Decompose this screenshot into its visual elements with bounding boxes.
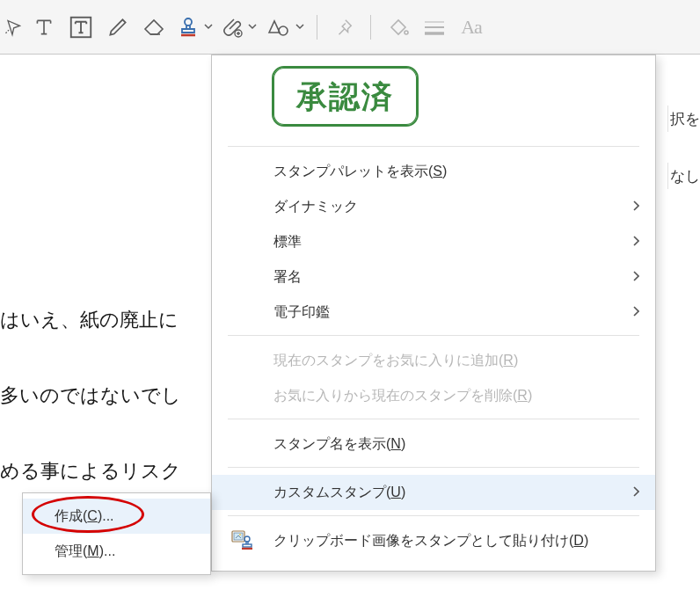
document-text-line: める事によるリスク xyxy=(0,455,181,486)
add-text-icon[interactable] xyxy=(30,11,58,44)
menu-item-label: 標準 xyxy=(273,233,302,251)
side-panel-fragment: 択を xyxy=(667,106,700,132)
menu-item-signature[interactable]: 署名 xyxy=(212,259,655,295)
menu-item-custom-stamp[interactable]: カスタムスタンプ(U) xyxy=(212,475,655,510)
toolbar-separator xyxy=(317,15,317,40)
menu-item-label: ダイナミック xyxy=(273,198,358,216)
drawing-tools-icon[interactable] xyxy=(266,11,304,44)
stamp-preview[interactable]: 承認済 xyxy=(212,55,655,141)
menu-item-show-stamp-name[interactable]: スタンプ名を表示(N) xyxy=(212,426,655,462)
menu-item-paste-clipboard-as-stamp[interactable]: クリップボード画像をスタンプとして貼り付け(D) xyxy=(212,523,655,558)
menu-separator xyxy=(228,146,639,147)
caret-down-icon xyxy=(295,18,304,33)
menu-separator xyxy=(228,419,639,419)
svg-rect-11 xyxy=(243,544,252,547)
text-box-icon[interactable] xyxy=(67,11,95,44)
svg-rect-8 xyxy=(234,533,243,540)
menu-item-label: スタンプ名を表示(N) xyxy=(273,435,405,454)
stamp-preview-text: 承認済 xyxy=(272,66,419,127)
svg-point-3 xyxy=(279,26,288,35)
menu-item-dynamic[interactable]: ダイナミック xyxy=(212,189,655,224)
chevron-right-icon xyxy=(632,269,639,285)
svg-point-10 xyxy=(244,536,250,542)
menu-separator xyxy=(228,335,639,336)
menu-item-label: クリップボード画像をスタンプとして貼り付け(D) xyxy=(273,532,588,550)
chevron-right-icon xyxy=(632,199,639,215)
menu-separator xyxy=(228,515,639,516)
menu-item-label: 署名 xyxy=(273,268,302,287)
submenu-item-create[interactable]: 作成(C)... xyxy=(23,499,210,534)
font-icon[interactable]: Aa xyxy=(457,11,485,44)
stamp-icon[interactable]: stamp-icon xyxy=(178,11,213,44)
menu-item-remove-from-favorites: お気に入りから現在のスタンプを削除(R) xyxy=(212,378,655,413)
caret-down-icon xyxy=(204,18,213,33)
attach-icon[interactable] xyxy=(222,11,257,44)
submenu-item-manage[interactable]: 管理(M)... xyxy=(23,534,210,569)
menu-item-label: 管理(M)... xyxy=(55,543,115,561)
svg-point-9 xyxy=(239,534,241,536)
menu-item-label: スタンプパレットを表示(S) xyxy=(273,163,447,181)
stamp-dropdown-menu: 承認済 スタンプパレットを表示(S) ダイナミック 標準 署名 電子印鑑 xyxy=(211,55,656,572)
pencil-icon[interactable] xyxy=(104,11,132,44)
toolbar-separator xyxy=(370,15,371,40)
menu-item-label: 現在のスタンプをお気に入りに追加(R) xyxy=(273,352,518,370)
custom-stamp-submenu: 作成(C)... 管理(M)... xyxy=(22,492,211,575)
caret-down-icon xyxy=(248,18,257,33)
menu-item-label: 作成(C)... xyxy=(55,507,114,526)
chevron-right-icon xyxy=(632,304,639,320)
chevron-right-icon xyxy=(632,484,639,500)
line-width-icon[interactable] xyxy=(420,11,448,44)
document-text-line: はいえ、紙の廃止に xyxy=(0,304,179,335)
eraser-icon[interactable] xyxy=(141,11,169,44)
menu-item-standard[interactable]: 標準 xyxy=(212,224,655,259)
menu-item-label: お気に入りから現在のスタンプを削除(R) xyxy=(273,387,532,405)
chevron-right-icon xyxy=(632,234,639,250)
menu-item-label: カスタムスタンプ(U) xyxy=(273,484,405,502)
menu-item-label: 電子印鑑 xyxy=(273,303,330,322)
fill-color-icon[interactable] xyxy=(383,11,412,44)
menu-item-show-stamp-palette[interactable]: スタンプパレットを表示(S) xyxy=(212,154,655,189)
side-panel-fragment: なし xyxy=(667,163,700,189)
svg-point-1 xyxy=(185,18,192,26)
menu-separator xyxy=(228,467,639,468)
menu-item-electronic-seal[interactable]: 電子印鑑 xyxy=(212,295,655,330)
stamp-clipboard-icon xyxy=(231,528,254,553)
menu-item-add-to-favorites: 現在のスタンプをお気に入りに追加(R) xyxy=(212,343,655,378)
select-tool-icon[interactable] xyxy=(4,11,21,44)
pin-icon[interactable] xyxy=(330,11,358,44)
document-text-line: 多いのではないでし xyxy=(0,380,181,411)
annotation-toolbar: stamp-icon xyxy=(0,0,700,55)
